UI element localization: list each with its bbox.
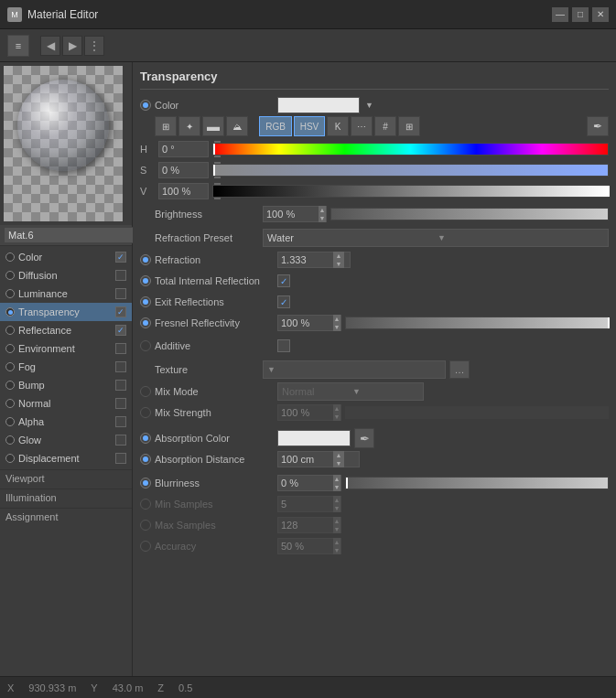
maximize-button[interactable]: □ xyxy=(572,7,589,22)
channel-checkbox-bump[interactable] xyxy=(115,380,126,391)
channel-item-alpha[interactable]: Alpha xyxy=(0,413,132,431)
total-internal-radio[interactable] xyxy=(140,275,151,286)
brightness-input[interactable]: ▲▼ xyxy=(263,206,327,222)
channel-checkbox-diffusion[interactable] xyxy=(115,270,126,281)
texture-more-btn[interactable]: … xyxy=(449,360,470,379)
absorption-color-swatch[interactable] xyxy=(277,430,351,446)
refraction-value-input[interactable] xyxy=(278,254,333,265)
refraction-input[interactable]: ▲▼ xyxy=(277,252,351,268)
h-input[interactable]: ▲ ▼ xyxy=(158,141,209,157)
channel-checkbox-glow[interactable] xyxy=(115,435,126,446)
channel-checkbox-environment[interactable] xyxy=(115,343,126,354)
channel-item-glow[interactable]: Glow xyxy=(0,431,132,449)
absorption-color-radio[interactable] xyxy=(140,433,151,444)
color-radio[interactable] xyxy=(140,100,151,111)
fresnel-up[interactable]: ▲ xyxy=(333,315,340,323)
blurriness-radio[interactable] xyxy=(140,478,151,489)
eyedropper-btn[interactable]: ✒ xyxy=(587,116,609,136)
brightness-up[interactable]: ▲ xyxy=(319,206,326,214)
accuracy-down: ▼ xyxy=(333,546,340,554)
fresnel-value-input[interactable] xyxy=(278,317,333,328)
color-dropdown-btn[interactable]: ▼ xyxy=(365,101,373,110)
brightness-value-input[interactable] xyxy=(264,209,319,220)
v-input[interactable]: ▲ ▼ xyxy=(158,183,209,199)
mix-mode-dropdown[interactable]: Normal ▼ xyxy=(277,382,424,401)
exit-reflections-checkbox[interactable] xyxy=(277,295,290,308)
absorption-distance-up[interactable]: ▲ xyxy=(333,451,344,459)
v-value-input[interactable] xyxy=(159,186,214,197)
s-slider-track[interactable] xyxy=(212,164,609,177)
channel-checkbox-normal[interactable] xyxy=(115,398,126,409)
refraction-up[interactable]: ▲ xyxy=(333,252,344,260)
channel-item-luminance[interactable]: Luminance xyxy=(0,285,132,303)
channel-item-fog[interactable]: Fog xyxy=(0,358,132,376)
absorption-distance-radio[interactable] xyxy=(140,454,151,465)
channel-item-displacement[interactable]: Displacement xyxy=(0,449,132,467)
refraction-radio[interactable] xyxy=(140,254,151,265)
exit-reflections-radio[interactable] xyxy=(140,296,151,307)
back-button[interactable]: ◀ xyxy=(40,36,60,56)
refraction-down[interactable]: ▼ xyxy=(333,260,344,268)
total-internal-checkbox[interactable] xyxy=(277,274,290,287)
channel-checkbox-alpha[interactable] xyxy=(115,416,126,427)
texture-dropdown[interactable]: ▼ xyxy=(263,360,446,379)
channel-item-normal[interactable]: Normal xyxy=(0,394,132,413)
s-input[interactable]: ▲ ▼ xyxy=(158,162,209,178)
gradient-tool-btn[interactable]: ▬ xyxy=(202,116,224,136)
min-samples-up: ▲ xyxy=(333,496,340,504)
options-button[interactable]: ⋮ xyxy=(84,36,104,56)
channel-item-diffusion[interactable]: Diffusion xyxy=(0,266,132,285)
h-slider-track[interactable] xyxy=(212,143,609,156)
channel-item-bump[interactable]: Bump xyxy=(0,376,132,394)
brightness-slider[interactable] xyxy=(330,208,609,220)
mix-strength-radio[interactable] xyxy=(140,407,151,418)
rgb-tab-btn[interactable]: RGB xyxy=(259,116,292,136)
blurriness-input[interactable]: ▲▼ xyxy=(277,475,341,491)
s-value-input[interactable] xyxy=(159,165,214,176)
minimize-button[interactable]: — xyxy=(552,7,568,22)
blurriness-slider[interactable] xyxy=(345,477,609,489)
k-tab-btn[interactable]: K xyxy=(327,116,349,136)
absorption-distance-input[interactable]: ▲▼ xyxy=(277,451,360,467)
absorption-distance-down[interactable]: ▼ xyxy=(333,459,344,467)
absorption-distance-value-input[interactable] xyxy=(278,454,333,465)
channel-item-transparency[interactable]: Transparency xyxy=(0,303,132,321)
color-swatch[interactable] xyxy=(277,97,360,113)
channel-item-color[interactable]: Color xyxy=(0,248,132,266)
mat-name-input[interactable] xyxy=(4,227,139,243)
h-value-input[interactable] xyxy=(159,144,214,155)
sidebar-section-assignment[interactable]: Assignment xyxy=(0,508,132,525)
channel-checkbox-transparency[interactable] xyxy=(115,306,126,317)
blurriness-value-input[interactable] xyxy=(278,478,333,489)
additive-checkbox[interactable] xyxy=(277,339,290,352)
channel-checkbox-displacement[interactable] xyxy=(115,453,126,464)
hash-tab-btn[interactable]: # xyxy=(374,116,396,136)
menu-button[interactable]: ≡ xyxy=(7,35,29,57)
channel-checkbox-luminance[interactable] xyxy=(115,288,126,299)
absorption-eyedropper-btn[interactable]: ✒ xyxy=(354,428,374,448)
channel-item-reflectance[interactable]: Reflectance xyxy=(0,321,132,339)
channel-checkbox-color[interactable] xyxy=(115,252,126,263)
blurriness-down[interactable]: ▼ xyxy=(333,483,340,491)
channel-item-environment[interactable]: Environment xyxy=(0,339,132,358)
texture-tool-btn[interactable]: ✦ xyxy=(178,116,200,136)
brightness-down[interactable]: ▼ xyxy=(319,214,326,222)
fresnel-down[interactable]: ▼ xyxy=(333,323,340,331)
hsv-tab-btn[interactable]: HSV xyxy=(294,116,325,136)
fresnel-slider[interactable] xyxy=(345,317,609,329)
fresnel-radio[interactable] xyxy=(140,317,151,328)
channel-checkbox-reflectance[interactable] xyxy=(115,325,126,336)
forward-button[interactable]: ▶ xyxy=(62,36,82,56)
dots-tab-btn[interactable]: ⋯ xyxy=(351,116,373,136)
additive-radio[interactable] xyxy=(140,340,151,351)
fresnel-input[interactable]: ▲▼ xyxy=(277,315,341,331)
channel-checkbox-fog[interactable] xyxy=(115,361,126,372)
blurriness-up[interactable]: ▲ xyxy=(333,475,340,483)
close-button[interactable]: ✕ xyxy=(592,7,609,22)
grid-tab-btn[interactable]: ⊞ xyxy=(398,116,420,136)
mix-tool-btn[interactable]: ⊞ xyxy=(155,116,177,136)
image-tool-btn[interactable]: ⛰ xyxy=(226,116,248,136)
v-slider-track[interactable] xyxy=(212,185,609,198)
mix-mode-radio[interactable] xyxy=(140,386,151,397)
refraction-preset-dropdown[interactable]: Water ▼ xyxy=(263,229,609,247)
